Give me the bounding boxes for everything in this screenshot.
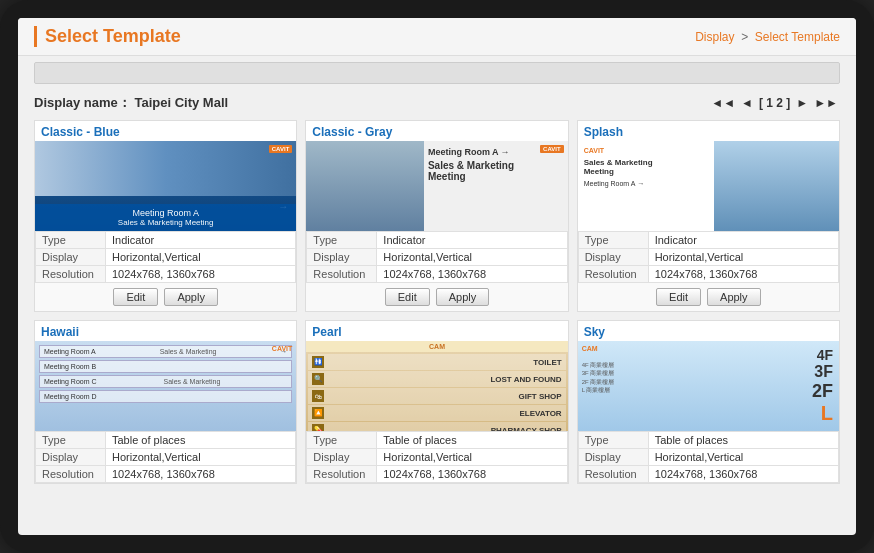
template-card-pearl: Pearl CAM 🚻 TOILET 🔍 L bbox=[305, 320, 568, 484]
header: Select Template Display > Select Templat… bbox=[18, 18, 856, 56]
sky-info: 4F 商業樓層 3F 商業樓層 2F 商業樓層 L 商業樓層 bbox=[582, 361, 615, 395]
edit-button-splash[interactable]: Edit bbox=[656, 288, 701, 306]
screen: Select Template Display > Select Templat… bbox=[18, 18, 856, 535]
template-preview-pearl: CAM 🚻 TOILET 🔍 LOST AND FOUND bbox=[306, 341, 567, 431]
template-title-sky[interactable]: Sky bbox=[578, 321, 839, 341]
template-info-classic-gray: TypeIndicator DisplayHorizontal,Vertical… bbox=[306, 231, 567, 283]
page-title: Select Template bbox=[34, 26, 181, 47]
search-bar bbox=[18, 56, 856, 90]
template-preview-classic-blue: CAVIT → Meeting Room A Sales & Marketing… bbox=[35, 141, 296, 231]
device-frame: Select Template Display > Select Templat… bbox=[0, 0, 874, 553]
template-card-classic-gray: Classic - Gray CAVIT Meeting Room A → Sa… bbox=[305, 120, 568, 312]
template-actions-classic-blue: Edit Apply bbox=[35, 283, 296, 311]
page-display: [ 1 2 ] bbox=[759, 96, 790, 110]
breadcrumb-current: Select Template bbox=[755, 30, 840, 44]
template-title-classic-gray[interactable]: Classic - Gray bbox=[306, 121, 567, 141]
template-info-splash: TypeIndicator DisplayHorizontal,Vertical… bbox=[578, 231, 839, 283]
template-grid-container: Classic - Blue CAVIT → Meeting Room A Sa… bbox=[18, 116, 856, 535]
template-preview-sky: CAM 4F 商業樓層 3F 商業樓層 2F 商業樓層 L 商業樓層 4F 3F… bbox=[578, 341, 839, 431]
template-card-classic-blue: Classic - Blue CAVIT → Meeting Room A Sa… bbox=[34, 120, 297, 312]
search-input[interactable] bbox=[34, 62, 840, 84]
template-actions-splash: Edit Apply bbox=[578, 283, 839, 311]
template-card-hawaii: Hawaii CAVIT Meeting Room ASales & Marke… bbox=[34, 320, 297, 484]
hawaii-row-3: Meeting Room CSales & Marketing bbox=[39, 375, 292, 388]
breadcrumb-home[interactable]: Display bbox=[695, 30, 734, 44]
breadcrumb: Display > Select Template bbox=[695, 30, 840, 44]
template-info-sky: TypeTable of places DisplayHorizontal,Ve… bbox=[578, 431, 839, 483]
apply-button-splash[interactable]: Apply bbox=[707, 288, 761, 306]
prev-button[interactable]: ◄ bbox=[741, 96, 753, 110]
edit-button-classic-blue[interactable]: Edit bbox=[113, 288, 158, 306]
template-actions-classic-gray: Edit Apply bbox=[306, 283, 567, 311]
pearl-row-toilet: 🚻 TOILET bbox=[308, 354, 565, 370]
template-title-splash[interactable]: Splash bbox=[578, 121, 839, 141]
next-next-button[interactable]: ►► bbox=[814, 96, 838, 110]
pearl-row-giftshop: 🛍 GIFT SHOP bbox=[308, 388, 565, 404]
template-title-classic-blue[interactable]: Classic - Blue bbox=[35, 121, 296, 141]
apply-button-classic-blue[interactable]: Apply bbox=[164, 288, 218, 306]
edit-button-classic-gray[interactable]: Edit bbox=[385, 288, 430, 306]
template-info-hawaii: TypeTable of places DisplayHorizontal,Ve… bbox=[35, 431, 296, 483]
template-title-pearl[interactable]: Pearl bbox=[306, 321, 567, 341]
template-info-classic-blue: TypeIndicator DisplayHorizontal,Vertical… bbox=[35, 231, 296, 283]
template-preview-splash: CAVIT Sales & MarketingMeeting Meeting R… bbox=[578, 141, 839, 231]
template-grid: Classic - Blue CAVIT → Meeting Room A Sa… bbox=[34, 120, 840, 484]
next-button[interactable]: ► bbox=[796, 96, 808, 110]
template-card-sky: Sky CAM 4F 商業樓層 3F 商業樓層 2F 商業樓層 L 商業樓層 bbox=[577, 320, 840, 484]
hawaii-row-1: Meeting Room ASales & Marketing→ bbox=[39, 345, 292, 358]
template-preview-hawaii: CAVIT Meeting Room ASales & Marketing→ M… bbox=[35, 341, 296, 431]
display-name-bar: Display name： Taipei City Mall ◄◄ ◄ [ 1 … bbox=[18, 90, 856, 116]
prev-prev-button[interactable]: ◄◄ bbox=[711, 96, 735, 110]
hawaii-row-4: Meeting Room D bbox=[39, 390, 292, 403]
pearl-row-pharmacy: 💊 PHARMACY SHOP bbox=[308, 422, 565, 431]
template-info-pearl: TypeTable of places DisplayHorizontal,Ve… bbox=[306, 431, 567, 483]
pagination: ◄◄ ◄ [ 1 2 ] ► ►► bbox=[709, 96, 840, 110]
template-preview-classic-gray: CAVIT Meeting Room A → Sales & Marketing… bbox=[306, 141, 567, 231]
template-card-splash: Splash CAVIT Sales & MarketingMeeting Me… bbox=[577, 120, 840, 312]
display-name: Display name： Taipei City Mall bbox=[34, 94, 228, 112]
apply-button-classic-gray[interactable]: Apply bbox=[436, 288, 490, 306]
pearl-row-lostfound: 🔍 LOST AND FOUND bbox=[308, 371, 565, 387]
template-title-hawaii[interactable]: Hawaii bbox=[35, 321, 296, 341]
pearl-row-elevator: 🔼 ELEVATOR bbox=[308, 405, 565, 421]
floor-numbers: 4F 3F 2F L bbox=[812, 347, 839, 425]
hawaii-row-2: Meeting Room B bbox=[39, 360, 292, 373]
